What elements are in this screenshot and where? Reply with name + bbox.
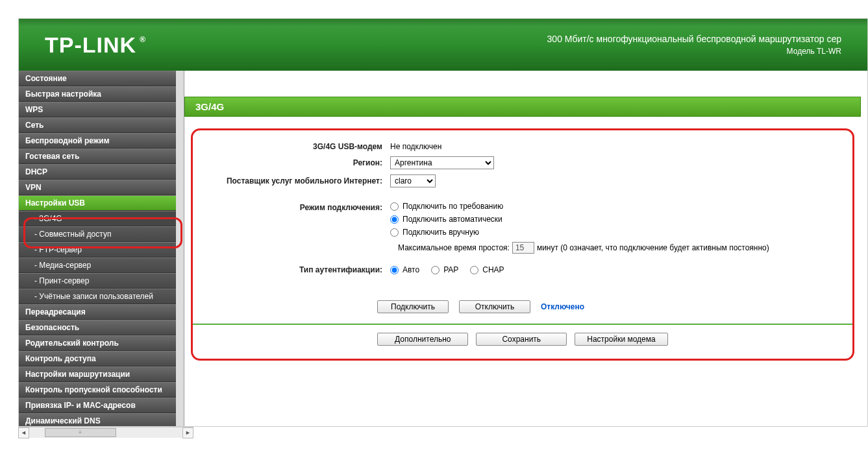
conn-mode-label: Режим подключения:: [208, 202, 390, 212]
radio-on-demand-input[interactable]: [390, 202, 399, 211]
radio-auth-chap-input[interactable]: [470, 266, 478, 274]
sidebar-item-17[interactable]: Родительский контроль: [19, 335, 184, 351]
sidebar-item-12[interactable]: - Медиа-сервер: [19, 257, 184, 273]
sidebar-item-20[interactable]: Контроль пропускной способности: [19, 382, 184, 398]
scroll-track[interactable]: ≡: [29, 427, 182, 438]
scroll-thumb[interactable]: ≡: [45, 428, 116, 437]
connect-button[interactable]: Подключить: [377, 300, 449, 313]
modem-label: 3G/4G USB-модем: [208, 142, 390, 151]
sidebar-item-8[interactable]: Настройки USB: [19, 195, 184, 211]
header: TP-LINK 300 Мбит/с многофункциональный б…: [19, 19, 867, 71]
idle-label: Максимальное время простоя:: [398, 243, 510, 252]
radio-auto-input[interactable]: [390, 215, 399, 224]
sidebar: СостояниеБыстрая настройкаWPSСетьБеспров…: [19, 71, 184, 426]
connection-status: Отключено: [541, 302, 584, 311]
sidebar-item-1[interactable]: Быстрая настройка: [19, 86, 184, 102]
sidebar-item-19[interactable]: Настройки маршрутизации: [19, 366, 184, 382]
disconnect-button[interactable]: Отключить: [459, 300, 530, 313]
radio-auth-chap[interactable]: CHAP: [470, 265, 504, 274]
sidebar-item-18[interactable]: Контроль доступа: [19, 351, 184, 366]
idle-input[interactable]: [512, 242, 534, 254]
sidebar-item-10[interactable]: - Совместный доступ: [19, 226, 184, 242]
radio-manual[interactable]: Подключить вручную: [390, 228, 503, 237]
content-area: 3G/4G 3G/4G USB-модем Не подключен Регио…: [184, 71, 867, 426]
divider: [193, 324, 852, 325]
sidebar-item-6[interactable]: DHCP: [19, 164, 184, 180]
product-title: 300 Мбит/с многофункциональный беспровод…: [547, 34, 841, 44]
auth-label: Тип аутентифиакции:: [208, 265, 390, 274]
radio-auth-pap-input[interactable]: [431, 266, 440, 274]
sidebar-item-21[interactable]: Привязка IP- и MAC-адресов: [19, 398, 184, 413]
settings-panel: 3G/4G USB-модем Не подключен Регион: Арг…: [191, 128, 854, 361]
save-button[interactable]: Сохранить: [476, 333, 567, 346]
idle-suffix: минут (0 означает, что подключение будет…: [537, 243, 769, 252]
isp-select[interactable]: claro: [390, 174, 436, 187]
sidebar-item-14[interactable]: - Учётные записи пользователей: [19, 289, 184, 304]
sidebar-item-22[interactable]: Динамический DNS: [19, 413, 184, 426]
sidebar-item-7[interactable]: VPN: [19, 180, 184, 195]
scroll-left-icon[interactable]: ◄: [18, 427, 29, 438]
sidebar-scrollbar[interactable]: [176, 71, 184, 426]
sidebar-item-13[interactable]: - Принт-сервер: [19, 273, 184, 289]
sidebar-item-0[interactable]: Состояние: [19, 71, 184, 86]
radio-auth-auto-input[interactable]: [390, 266, 399, 274]
advanced-button[interactable]: Дополнительно: [377, 333, 468, 346]
scroll-right-icon[interactable]: ►: [182, 427, 193, 438]
sidebar-item-9[interactable]: - 3G/4G: [19, 211, 184, 226]
radio-auth-auto[interactable]: Авто: [390, 265, 419, 274]
modem-settings-button[interactable]: Настройки модема: [575, 333, 667, 346]
horizontal-scrollbar[interactable]: ◄ ≡ ►: [18, 427, 193, 438]
region-select[interactable]: Аргентина: [390, 156, 494, 169]
region-label: Регион:: [208, 158, 390, 167]
sidebar-item-4[interactable]: Беспроводной режим: [19, 133, 184, 149]
sidebar-item-2[interactable]: WPS: [19, 102, 184, 117]
sidebar-item-16[interactable]: Безопасность: [19, 320, 184, 335]
sidebar-item-11[interactable]: - FTP-сервер: [19, 242, 184, 257]
modem-status: Не подключен: [390, 142, 837, 151]
radio-on-demand[interactable]: Подключить по требованию: [390, 202, 503, 211]
radio-auto[interactable]: Подключить автоматически: [390, 215, 503, 224]
sidebar-item-3[interactable]: Сеть: [19, 117, 184, 133]
radio-manual-input[interactable]: [390, 228, 399, 237]
radio-auth-pap[interactable]: PAP: [431, 265, 458, 274]
sidebar-item-15[interactable]: Переадресация: [19, 304, 184, 320]
section-title: 3G/4G: [184, 97, 861, 117]
sidebar-item-5[interactable]: Гостевая сеть: [19, 149, 184, 164]
header-text: 300 Мбит/с многофункциональный беспровод…: [547, 34, 841, 56]
model-text: Модель TL-WR: [547, 47, 841, 56]
logo: TP-LINK: [45, 32, 136, 58]
isp-label: Поставщик услуг мобильного Интернет:: [208, 176, 390, 185]
